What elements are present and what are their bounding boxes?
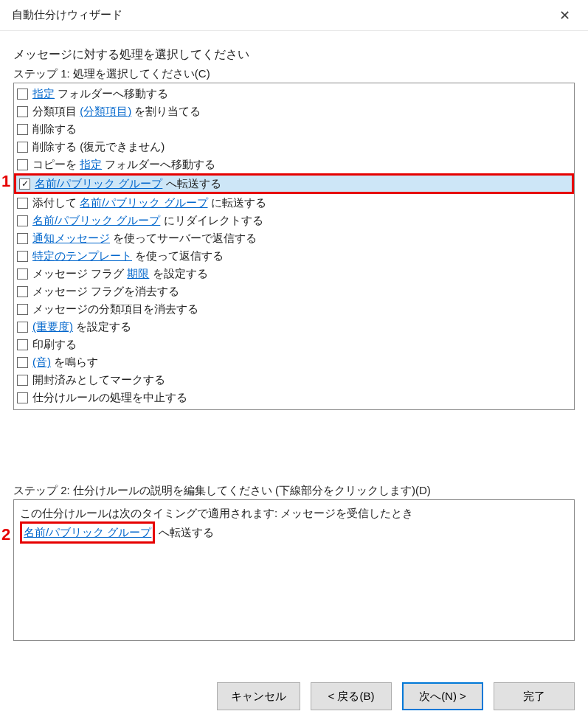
rule-description-line2: 名前/パブリック グループ へ転送する [20, 521, 568, 543]
action-checkbox[interactable] [17, 198, 28, 209]
action-row[interactable]: 印刷する [14, 336, 574, 353]
action-row[interactable]: 名前/パブリック グループ にリダイレクトする [14, 212, 574, 229]
action-link[interactable]: 特定のテンプレート [32, 249, 132, 262]
action-row[interactable]: 削除する [14, 120, 574, 138]
action-label: メッセージの分類項目を消去する [32, 300, 198, 318]
action-link[interactable]: (分類項目) [80, 105, 131, 117]
action-checkbox[interactable] [17, 304, 28, 315]
action-row[interactable]: メッセージの分類項目を消去する [14, 300, 574, 318]
action-checkbox[interactable] [17, 251, 28, 262]
action-label: 仕分けルールの処理を中止する [32, 389, 187, 406]
rule-description-line1: この仕分けルールは次のタイミングで適用されます: メッセージを受信したとき [20, 505, 568, 521]
action-checkbox[interactable] [17, 268, 28, 280]
action-label: 名前/パブリック グループ にリダイレクトする [32, 212, 263, 229]
step2-section: ステップ 2: 仕分けルールの説明を編集してください (下線部分をクリックします… [13, 484, 575, 641]
action-row[interactable]: コピーを 指定 フォルダーへ移動する [14, 156, 574, 173]
next-button[interactable]: 次へ(N) > [402, 682, 483, 710]
action-label: メッセージ フラグを消去する [32, 282, 179, 300]
annotation-marker-2: 2 [1, 525, 10, 544]
action-link[interactable]: 名前/パブリック グループ [35, 177, 162, 190]
action-label: 印刷する [32, 336, 77, 353]
action-checkbox[interactable] [17, 124, 28, 135]
cancel-button[interactable]: キャンセル [217, 682, 300, 710]
action-row[interactable]: メッセージ フラグを消去する [14, 282, 574, 300]
action-label: (重要度) を設定する [32, 318, 131, 336]
close-icon: ✕ [559, 7, 570, 24]
action-label: 削除する (復元できません) [32, 138, 165, 156]
action-link[interactable]: (音) [32, 356, 51, 368]
action-checkbox[interactable] [17, 233, 28, 244]
rule-description-link-highlight: 名前/パブリック グループ [20, 521, 155, 543]
action-label: 通知メッセージ を使ってサーバーで返信する [32, 229, 257, 247]
action-row[interactable]: (重要度) を設定する [14, 318, 574, 336]
action-checkbox[interactable] [17, 106, 28, 117]
rule-description-line2-after: へ転送する [155, 526, 213, 538]
action-label: 削除する [32, 120, 77, 138]
action-checkbox[interactable] [17, 339, 28, 350]
action-label: 開封済みとしてマークする [32, 371, 165, 389]
action-checkbox[interactable] [17, 375, 28, 386]
action-checkbox[interactable] [17, 392, 28, 403]
action-link[interactable]: (重要度) [32, 320, 73, 333]
finish-button[interactable]: 完了 [494, 682, 575, 710]
back-button[interactable]: < 戻る(B) [311, 682, 392, 710]
step1-label: ステップ 1: 処理を選択してください(C) [13, 67, 575, 81]
action-row[interactable]: メッセージ フラグ 期限 を設定する [14, 265, 574, 282]
action-checkbox[interactable] [17, 215, 28, 226]
action-checkbox[interactable] [17, 159, 28, 170]
action-checkbox[interactable] [17, 286, 28, 297]
action-link[interactable]: 名前/パブリック グループ [80, 196, 207, 209]
action-link[interactable]: 期限 [127, 267, 149, 280]
action-row[interactable]: 仕分けルールの処理を中止する [14, 389, 574, 406]
dialog-title: 自動仕分けウィザード [12, 8, 122, 22]
action-checkbox[interactable] [17, 322, 28, 333]
action-checkbox[interactable] [19, 178, 30, 190]
action-link[interactable]: 名前/パブリック グループ [32, 214, 160, 226]
titlebar: 自動仕分けウィザード ✕ [0, 0, 588, 31]
action-checkbox[interactable] [17, 89, 28, 100]
action-label: (音) を鳴らす [32, 353, 98, 371]
action-row[interactable]: 分類項目 (分類項目) を割り当てる [14, 103, 574, 120]
rule-description-link[interactable]: 名前/パブリック グループ [24, 526, 151, 538]
action-row[interactable]: 通知メッセージ を使ってサーバーで返信する [14, 229, 574, 247]
action-label: 指定 フォルダーへ移動する [32, 85, 168, 103]
action-label: 添付して 名前/パブリック グループ に転送する [32, 194, 266, 212]
action-row[interactable]: (音) を鳴らす [14, 353, 574, 371]
action-row[interactable]: 削除する (復元できません) [14, 138, 574, 156]
action-row[interactable]: 開封済みとしてマークする [14, 371, 574, 389]
action-checkbox[interactable] [17, 357, 28, 368]
action-label: メッセージ フラグ 期限 を設定する [32, 265, 208, 282]
action-link[interactable]: 指定 [32, 87, 55, 100]
action-list[interactable]: 指定 フォルダーへ移動する分類項目 (分類項目) を割り当てる削除する削除する … [13, 83, 575, 410]
action-link[interactable]: 通知メッセージ [32, 232, 110, 244]
dialog-button-bar: キャンセル < 戻る(B) 次へ(N) > 完了 [217, 682, 575, 710]
step2-label: ステップ 2: 仕分けルールの説明を編集してください (下線部分をクリックします… [13, 484, 575, 498]
close-button[interactable]: ✕ [550, 1, 579, 30]
rule-description-box: この仕分けルールは次のタイミングで適用されます: メッセージを受信したとき 名前… [13, 499, 575, 641]
action-label: コピーを 指定 フォルダーへ移動する [32, 156, 215, 173]
dialog-content: メッセージに対する処理を選択してください ステップ 1: 処理を選択してください… [0, 31, 588, 641]
action-row[interactable]: 特定のテンプレート を使って返信する [14, 247, 574, 265]
action-label: 名前/パブリック グループ へ転送する [35, 175, 221, 193]
action-checkbox[interactable] [17, 142, 28, 153]
action-row[interactable]: 添付して 名前/パブリック グループ に転送する [14, 194, 574, 212]
action-link[interactable]: 指定 [80, 158, 102, 170]
action-row[interactable]: 名前/パブリック グループ へ転送する [14, 173, 574, 194]
action-label: 特定のテンプレート を使って返信する [32, 247, 224, 265]
action-label: 分類項目 (分類項目) を割り当てる [32, 103, 201, 120]
annotation-marker-1: 1 [1, 172, 10, 191]
instruction-text: メッセージに対する処理を選択してください [13, 47, 575, 63]
action-row[interactable]: 指定 フォルダーへ移動する [14, 85, 574, 103]
